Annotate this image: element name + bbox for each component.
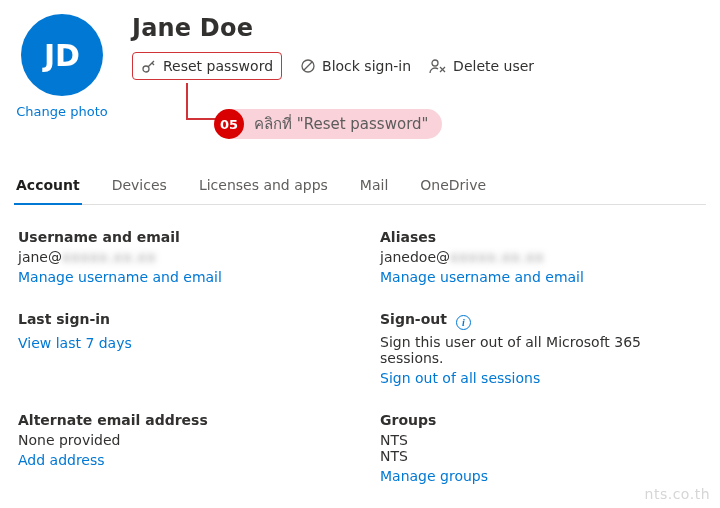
- user-name: Jane Doe: [132, 14, 706, 42]
- field-label: Alternate email address: [18, 412, 340, 428]
- field-value: janedoe@xxxxx.xx.xx: [380, 249, 702, 265]
- field-label: Username and email: [18, 229, 340, 245]
- block-icon: [300, 58, 316, 74]
- reset-password-label: Reset password: [163, 58, 273, 74]
- avatar: JD: [21, 14, 103, 96]
- avatar-initials: JD: [44, 38, 80, 73]
- field-value: jane@xxxxx.xx.xx: [18, 249, 340, 265]
- field-alt-email: Alternate email address None provided Ad…: [18, 412, 340, 484]
- delete-user-button[interactable]: Delete user: [429, 58, 534, 74]
- manage-aliases-link[interactable]: Manage username and email: [380, 269, 584, 285]
- field-signout: Sign-out i Sign this user out of all Mic…: [380, 311, 702, 386]
- group-item: NTS: [380, 432, 702, 448]
- field-label: Last sign-in: [18, 311, 340, 327]
- block-signin-button[interactable]: Block sign-in: [300, 58, 411, 74]
- field-value: None provided: [18, 432, 340, 448]
- avatar-column: JD Change photo: [14, 14, 110, 119]
- field-label: Groups: [380, 412, 702, 428]
- block-signin-label: Block sign-in: [322, 58, 411, 74]
- tab-mail[interactable]: Mail: [358, 169, 390, 204]
- annotation-text: คลิกที่ "Reset password": [244, 112, 428, 136]
- tab-onedrive[interactable]: OneDrive: [418, 169, 488, 204]
- signout-desc: Sign this user out of all Microsoft 365 …: [380, 334, 702, 366]
- svg-line-2: [152, 63, 154, 65]
- field-label: Sign-out i: [380, 311, 702, 330]
- annotation-callout: 05 คลิกที่ "Reset password": [216, 109, 442, 139]
- manage-username-link[interactable]: Manage username and email: [18, 269, 222, 285]
- tab-account[interactable]: Account: [14, 169, 82, 205]
- field-aliases: Aliases janedoe@xxxxx.xx.xx Manage usern…: [380, 229, 702, 285]
- tab-devices[interactable]: Devices: [110, 169, 169, 204]
- annotation-badge: 05: [214, 109, 244, 139]
- field-username-email: Username and email jane@xxxxx.xx.xx Mana…: [18, 229, 340, 285]
- account-details: Username and email jane@xxxxx.xx.xx Mana…: [14, 229, 706, 484]
- field-groups: Groups NTS NTS Manage groups: [380, 412, 702, 484]
- svg-point-5: [432, 60, 438, 66]
- key-icon: [141, 58, 157, 74]
- group-item: NTS: [380, 448, 702, 464]
- annotation-connector: [186, 83, 188, 120]
- svg-line-4: [304, 62, 312, 70]
- action-bar: Reset password Block sign-in: [132, 52, 706, 80]
- field-last-signin: Last sign-in View last 7 days: [18, 311, 340, 386]
- field-label: Aliases: [380, 229, 702, 245]
- tab-licenses[interactable]: Licenses and apps: [197, 169, 330, 204]
- signout-all-link[interactable]: Sign out of all sessions: [380, 370, 540, 386]
- watermark: nts.co.th: [645, 486, 710, 502]
- header-main: Jane Doe Reset password: [132, 14, 706, 80]
- add-alt-email-link[interactable]: Add address: [18, 452, 105, 468]
- manage-groups-link[interactable]: Manage groups: [380, 468, 488, 484]
- view-signin-link[interactable]: View last 7 days: [18, 335, 132, 351]
- reset-password-button[interactable]: Reset password: [132, 52, 282, 80]
- info-icon[interactable]: i: [456, 315, 471, 330]
- delete-user-icon: [429, 58, 447, 74]
- user-tabs: Account Devices Licenses and apps Mail O…: [14, 169, 706, 205]
- change-photo-link[interactable]: Change photo: [16, 104, 107, 119]
- delete-user-label: Delete user: [453, 58, 534, 74]
- user-header: JD Change photo Jane Doe Reset password: [14, 14, 706, 119]
- svg-point-0: [143, 66, 149, 72]
